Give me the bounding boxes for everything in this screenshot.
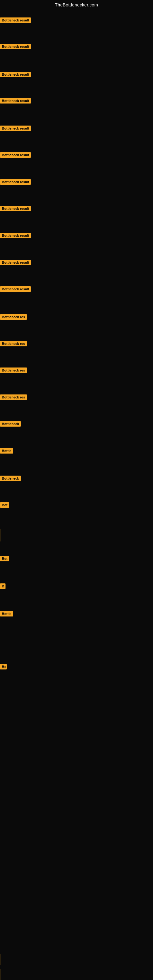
bottleneck-badge-row: Bottleneck bbox=[0, 421, 21, 428]
bottleneck-result-badge[interactable]: Bottleneck res bbox=[0, 314, 27, 320]
bottleneck-badge-row: Bottleneck result bbox=[0, 260, 31, 266]
bottleneck-result-badge[interactable]: Bottleneck result bbox=[0, 260, 31, 265]
bottleneck-result-badge[interactable]: Bottle bbox=[0, 448, 13, 453]
bottleneck-badge-row: Bo bbox=[0, 664, 7, 671]
bottleneck-result-badge[interactable]: Bottleneck result bbox=[0, 44, 31, 49]
site-title: TheBottlenecker.com bbox=[0, 0, 153, 10]
bottleneck-badge-row: Bottleneck result bbox=[0, 44, 31, 51]
bottleneck-badge-row: Bottleneck res bbox=[0, 314, 27, 321]
bottleneck-badge-row: Bottle bbox=[0, 448, 13, 455]
bottleneck-result-badge[interactable]: Bottleneck res bbox=[0, 368, 27, 373]
bottleneck-badge-row: Bottleneck result bbox=[0, 18, 31, 24]
bottleneck-result-badge[interactable]: Bo bbox=[0, 664, 7, 670]
bottleneck-result-badge[interactable]: Bottleneck result bbox=[0, 98, 31, 103]
bottleneck-badge-row: B bbox=[0, 584, 5, 590]
bottleneck-badge-row: Bot bbox=[0, 556, 9, 563]
vertical-line bbox=[1, 529, 1, 541]
bottleneck-result-badge[interactable]: Bottleneck res bbox=[0, 395, 27, 400]
bottleneck-badge-row: Bottleneck result bbox=[0, 233, 31, 240]
bottleneck-result-badge[interactable]: Bottleneck result bbox=[0, 286, 31, 292]
bottleneck-badge-row: Bottleneck bbox=[0, 476, 21, 482]
bottleneck-badge-row: Bottleneck result bbox=[0, 286, 31, 293]
bottleneck-result-badge[interactable]: Bottleneck result bbox=[0, 72, 31, 77]
bottleneck-badge-row: Bottleneck result bbox=[0, 126, 31, 132]
bottleneck-result-badge[interactable]: Bottleneck result bbox=[0, 233, 31, 238]
bottleneck-badge-row: Bottleneck result bbox=[0, 152, 31, 159]
bottleneck-result-badge[interactable]: Bottleneck result bbox=[0, 179, 31, 185]
vertical-line bbox=[1, 954, 1, 965]
bottleneck-result-badge[interactable]: Bottleneck res bbox=[0, 341, 27, 346]
bottleneck-result-badge[interactable]: Bottleneck bbox=[0, 421, 21, 426]
bottleneck-badge-row: Bottleneck result bbox=[0, 98, 31, 105]
bottleneck-result-badge[interactable]: Bot bbox=[0, 556, 9, 562]
vertical-line bbox=[1, 969, 1, 980]
bottleneck-badge-row: Bottleneck result bbox=[0, 179, 31, 186]
bottleneck-result-badge[interactable]: Bottleneck result bbox=[0, 152, 31, 158]
bottleneck-result-badge[interactable]: Bottle bbox=[0, 611, 13, 616]
bottleneck-result-badge[interactable]: Bottleneck result bbox=[0, 206, 31, 211]
bottleneck-badge-row: Bot bbox=[0, 502, 9, 509]
bottleneck-result-badge[interactable]: Bottleneck bbox=[0, 476, 21, 481]
bottleneck-badge-row: Bottleneck result bbox=[0, 206, 31, 213]
bottleneck-badge-row: Bottleneck res bbox=[0, 368, 27, 374]
bottleneck-result-badge[interactable]: B bbox=[0, 584, 5, 589]
bottleneck-badge-row: Bottle bbox=[0, 611, 13, 618]
bottleneck-badge-row: Bottleneck res bbox=[0, 341, 27, 348]
bottleneck-result-badge[interactable]: Bot bbox=[0, 502, 9, 508]
bottleneck-result-badge[interactable]: Bottleneck result bbox=[0, 18, 31, 23]
bottleneck-badge-row: Bottleneck res bbox=[0, 395, 27, 401]
bottleneck-result-badge[interactable]: Bottleneck result bbox=[0, 126, 31, 131]
bottleneck-badge-row: Bottleneck result bbox=[0, 72, 31, 78]
